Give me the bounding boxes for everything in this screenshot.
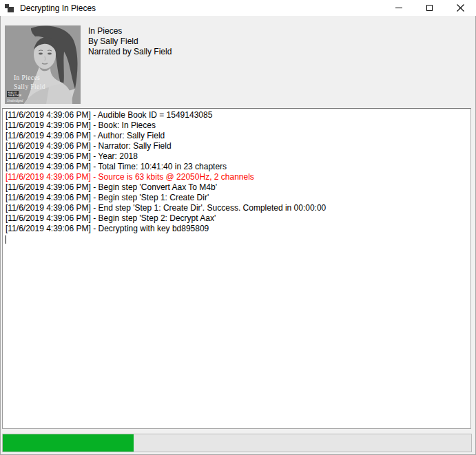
book-author: By Sally Field [88,36,172,47]
cover-author-text: Sally Field [14,83,45,90]
maximize-icon [426,5,433,11]
log-line: [11/6/2019 4:39:06 PM] - Begin step 'Con… [6,182,468,193]
window-controls [383,0,476,16]
book-info: In Pieces By Sally Field Narrated by Sal… [88,26,172,57]
app-icon [5,3,14,13]
close-icon [457,4,464,12]
log-line: [11/6/2019 4:39:06 PM] - Book: In Pieces [6,120,468,131]
cover-badge-line2: THE AUTHOR [8,94,22,97]
minimize-button[interactable] [383,0,414,16]
log-line: [11/6/2019 4:39:06 PM] - Source is 63 kb… [6,172,468,182]
window-title: Decrypting In Pieces [20,3,96,13]
title-bar: Decrypting In Pieces [0,0,476,16]
log-line: [11/6/2019 4:39:06 PM] - End step 'Step … [6,203,468,213]
text-caret [6,235,6,244]
close-button[interactable] [445,0,476,16]
cover-unabridged-text: Unabridged [7,99,23,103]
log-line: [11/6/2019 4:39:06 PM] - Begin step 'Ste… [6,193,468,203]
book-title: In Pieces [88,26,172,36]
log-lines: [11/6/2019 4:39:06 PM] - Audible Book ID… [6,110,468,234]
log-line: [11/6/2019 4:39:06 PM] - Audible Book ID… [6,110,468,120]
log-line: [11/6/2019 4:39:06 PM] - Total Time: 10:… [6,162,468,172]
log-line: [11/6/2019 4:39:06 PM] - Narrator: Sally… [6,141,468,151]
log-line: [11/6/2019 4:39:06 PM] - Year: 2018 [6,151,468,162]
minimize-icon [395,8,402,8]
log-textbox[interactable]: [11/6/2019 4:39:06 PM] - Audible Book ID… [2,108,471,429]
log-line: [11/6/2019 4:39:06 PM] - Decrypting with… [6,224,468,234]
app-window: Decrypting In Pieces [0,0,476,455]
book-cover-image: In Pieces Sally Field READ BY THE AUTHOR… [5,25,81,104]
log-line: [11/6/2019 4:39:06 PM] - Author: Sally F… [6,131,468,141]
maximize-button[interactable] [414,0,445,16]
progress-bar [2,434,472,452]
book-narrator: Narrated by Sally Field [88,47,172,57]
progress-fill [3,434,134,452]
log-line: [11/6/2019 4:39:06 PM] - Begin step 'Ste… [6,213,468,224]
cover-title-text: In Pieces [14,74,40,81]
